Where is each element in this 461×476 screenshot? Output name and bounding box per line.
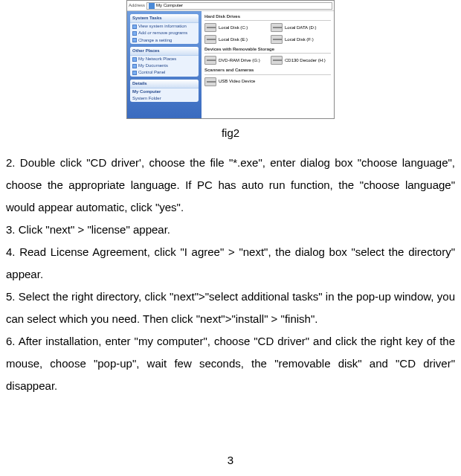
section-header: Scanners and Cameras <box>204 68 331 74</box>
drive-item: CD130 Decoder (H:) <box>271 56 331 65</box>
window-body: System Tasks View system information Add… <box>127 11 334 118</box>
address-field: My Computer <box>146 2 332 10</box>
step-2: 2. Double click "CD driver', choose the … <box>6 152 455 219</box>
panel-item: Add or remove programs <box>130 30 199 36</box>
section-header: Hard Disk Drives <box>204 14 331 21</box>
panel-header: Other Places <box>130 47 199 56</box>
computer-icon <box>149 3 155 9</box>
drive-item: Local Disk (E:) <box>204 35 265 44</box>
item-icon <box>132 31 137 36</box>
drive-item: DVD-RAM Drive (G:) <box>204 56 265 65</box>
step-6: 6. After installation, enter "my compute… <box>6 330 455 397</box>
panel-item: System Folder <box>130 95 199 102</box>
figure-caption: fig2 <box>6 122 455 144</box>
drive-item: USB Video Device <box>204 77 331 86</box>
sidebar: System Tasks View system information Add… <box>127 11 202 118</box>
panel-system-tasks: System Tasks View system information Add… <box>130 14 199 44</box>
page-number: 3 <box>6 449 455 472</box>
cd-icon <box>271 56 283 65</box>
panel-item: My Documents <box>130 62 199 69</box>
item-icon <box>132 38 137 42</box>
section-header: Devices with Removable Storage <box>204 47 331 54</box>
step-4: 4. Read License Agreement, click "I agre… <box>6 241 455 286</box>
panel-details: Details My Computer System Folder <box>130 80 199 103</box>
panel-header: System Tasks <box>130 14 199 23</box>
panel-header: Details <box>130 80 199 89</box>
step-5: 5. Select the right directory, click "ne… <box>6 286 455 330</box>
drive-item: Local Disk (C:) <box>204 23 265 32</box>
panel-item: Change a setting <box>130 37 199 44</box>
item-icon <box>132 71 137 75</box>
camera-icon <box>204 77 216 86</box>
item-icon <box>132 25 137 29</box>
hdd-icon <box>204 35 216 44</box>
item-icon <box>132 57 137 62</box>
instruction-list: 2. Double click "CD driver', choose the … <box>6 152 455 397</box>
address-label: Address <box>129 3 145 8</box>
drive-item: Local Disk (F:) <box>271 35 331 44</box>
main-pane: Hard Disk Drives Local Disk (C:) Local D… <box>202 11 334 118</box>
address-bar: Address My Computer <box>127 1 334 11</box>
my-computer-window: Address My Computer System Tasks View sy… <box>126 0 335 119</box>
panel-item: My Computer <box>130 89 199 95</box>
address-value: My Computer <box>156 3 183 8</box>
panel-item: View system information <box>130 23 199 30</box>
item-icon <box>132 64 137 68</box>
screenshot-figure: Address My Computer System Tasks View sy… <box>6 0 455 119</box>
panel-item: Control Panel <box>130 69 199 76</box>
hdd-icon <box>204 23 216 32</box>
hdd-icon <box>271 23 283 32</box>
step-3: 3. Click "next" > "license" appear. <box>6 219 455 241</box>
hdd-icon <box>271 35 283 44</box>
dvd-icon <box>204 56 216 65</box>
drive-item: Local DATA (D:) <box>271 23 331 32</box>
panel-other-places: Other Places My Network Places My Docume… <box>130 47 199 77</box>
panel-item: My Network Places <box>130 56 199 62</box>
